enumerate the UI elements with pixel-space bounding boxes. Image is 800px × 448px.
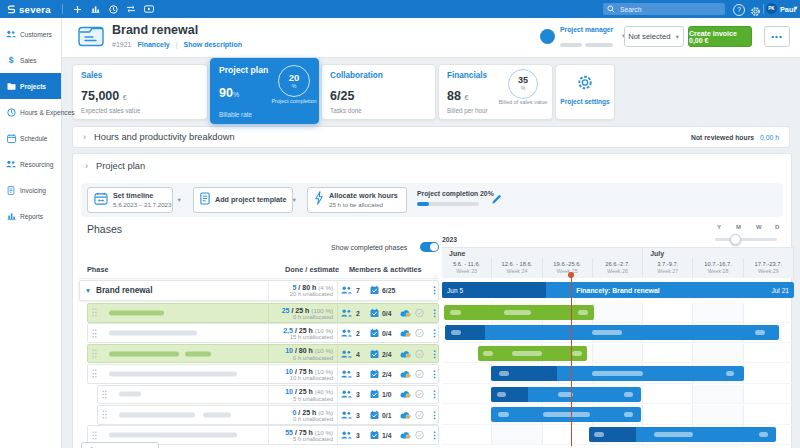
tab-project-plan[interactable]: Project plan 90% Billable rate 20% Proje… bbox=[210, 58, 319, 124]
edit-pencil-icon[interactable] bbox=[491, 191, 502, 209]
phase-row[interactable]: 10 / 75 h (10 %) 10 h unallocated 3 2/4 … bbox=[87, 364, 439, 384]
sidebar-item-resourcing[interactable]: Resourcing bbox=[0, 151, 61, 177]
allocation-lock-icon[interactable] bbox=[400, 350, 411, 358]
phase-row-root[interactable]: ▼ Brand renewal 5 / 80 h (4 %) 20 h unal… bbox=[79, 280, 439, 301]
gantt-bar[interactable] bbox=[589, 427, 776, 442]
row-menu-icon[interactable]: ⋮ bbox=[430, 308, 439, 318]
transfer-icon[interactable] bbox=[122, 0, 140, 18]
zoom-week[interactable]: W bbox=[756, 224, 762, 230]
row-menu-icon[interactable]: ⋮ bbox=[430, 369, 439, 379]
activities-icon bbox=[370, 308, 379, 317]
gear-icon bbox=[577, 74, 594, 95]
allocation-lock-icon[interactable] bbox=[400, 431, 411, 439]
not-reviewed-value[interactable]: 0,00 h bbox=[760, 134, 779, 141]
chevron-down-icon[interactable]: ▼ bbox=[793, 5, 798, 11]
row-menu-icon[interactable]: ⋮ bbox=[430, 410, 439, 420]
chart-icon[interactable] bbox=[86, 0, 104, 18]
gantt-area: Jun 5 Financely: Brand renewal Jul 21 bbox=[442, 280, 794, 446]
set-timeline-button[interactable]: Set timeline5.6.2023 – 21.7.2023 ▼ bbox=[87, 187, 173, 213]
allocation-lock-icon[interactable] bbox=[400, 370, 411, 378]
allocation-lock-icon[interactable] bbox=[400, 390, 411, 398]
more-actions-button[interactable]: ••• bbox=[764, 26, 790, 47]
severa-logo[interactable]: severa bbox=[7, 0, 51, 18]
allocation-lock-icon[interactable] bbox=[400, 411, 411, 419]
settings-gear-icon[interactable] bbox=[750, 3, 761, 21]
gantt-bar[interactable] bbox=[491, 407, 641, 422]
tab-collaboration[interactable]: Collaboration 6/25 Tasks done bbox=[321, 64, 436, 120]
add-project-template-button[interactable]: Add project template ▼ bbox=[193, 187, 293, 213]
phase-name-redacted bbox=[101, 324, 268, 342]
add-phase-button[interactable]: +Add phase bbox=[81, 442, 159, 448]
zoom-month[interactable]: M bbox=[736, 224, 741, 230]
status-dropdown[interactable]: Not selected▼ bbox=[624, 26, 684, 47]
divider bbox=[763, 4, 764, 14]
activities-icon bbox=[370, 349, 379, 358]
create-invoice-button[interactable]: Create invoice 0,00 € bbox=[688, 26, 752, 47]
drag-handle-icon[interactable] bbox=[88, 324, 101, 342]
phase-row[interactable]: 10 / 25 h (40 %) 5 h unallocated 3 1/0 ⋮ bbox=[97, 385, 439, 405]
phase-row[interactable]: 25 / 25 h (100 %) 0 h unallocated 2 0/4 … bbox=[87, 303, 439, 323]
avatar bbox=[540, 29, 555, 44]
phase-row[interactable]: 10 / 80 h (10 %) 0 h unallocated 4 2/4 ⋮ bbox=[87, 344, 439, 364]
help-icon[interactable]: ? bbox=[733, 4, 745, 16]
allocate-work-hours-button[interactable]: Allocate work hours25 h to be allocated bbox=[307, 187, 407, 213]
hours-breakdown-section[interactable]: › Hours and productivity breakdown Not r… bbox=[72, 126, 790, 148]
search-input[interactable] bbox=[618, 5, 721, 14]
tab-project-settings[interactable]: Project settings bbox=[555, 64, 615, 120]
drag-handle-icon[interactable] bbox=[98, 406, 111, 424]
zoom-year[interactable]: Y bbox=[717, 224, 721, 230]
complete-check-icon[interactable] bbox=[415, 410, 424, 419]
sidebar-item-schedule[interactable]: Schedule bbox=[0, 125, 61, 151]
sidebar-item-invoicing[interactable]: Invoicing bbox=[0, 177, 61, 203]
row-menu-icon[interactable]: ⋮ bbox=[430, 328, 439, 338]
video-icon[interactable] bbox=[140, 0, 158, 18]
allocation-lock-icon[interactable] bbox=[400, 329, 411, 337]
project-id: #1921 bbox=[112, 41, 131, 48]
row-menu-icon[interactable]: ⋮ bbox=[430, 430, 439, 440]
gantt-bar[interactable] bbox=[445, 325, 779, 340]
phase-row[interactable]: 2,5 / 25 h (10 %) 15 h unallocated 2 0/4… bbox=[87, 323, 439, 343]
show-completed-toggle[interactable] bbox=[420, 242, 439, 252]
collapse-caret-icon[interactable]: ▼ bbox=[80, 281, 96, 300]
zoom-slider-track[interactable] bbox=[715, 238, 777, 241]
tab-sales[interactable]: Sales 75,000 € Expected sales value bbox=[72, 64, 208, 120]
root-phase-name: Brand renewal bbox=[96, 286, 152, 295]
customer-link[interactable]: Financely bbox=[137, 41, 169, 48]
sidebar-item-sales[interactable]: $ Sales bbox=[0, 47, 61, 73]
show-description-link[interactable]: Show description bbox=[184, 41, 242, 48]
document-icon bbox=[200, 191, 210, 209]
tab-financials[interactable]: Financials 88 € Billed per hour 35% Bill… bbox=[438, 64, 553, 120]
search-box[interactable] bbox=[603, 3, 725, 15]
complete-check-icon[interactable] bbox=[415, 369, 424, 378]
row-menu-icon[interactable]: ⋮ bbox=[430, 349, 439, 359]
members-activities-cell: 2 0/4 ⋮ bbox=[338, 304, 438, 322]
complete-check-icon[interactable] bbox=[415, 431, 424, 440]
sidebar-item-customers[interactable]: Customers bbox=[0, 21, 61, 47]
sidebar-item-projects[interactable]: Projects bbox=[0, 73, 61, 99]
sidebar-item-reports[interactable]: Reports bbox=[0, 203, 61, 229]
complete-check-icon[interactable] bbox=[415, 329, 424, 338]
zoom-slider-knob[interactable] bbox=[730, 234, 741, 245]
project-plan-section[interactable]: › Project plan bbox=[85, 161, 145, 171]
add-icon[interactable] bbox=[68, 0, 86, 18]
project-manager-selector[interactable]: Project manager ▼ bbox=[540, 26, 626, 51]
phase-row[interactable]: 0 / 25 h (0 %) 0 h unallocated 3 0/1 ⋮ bbox=[97, 405, 439, 425]
row-menu-icon[interactable]: ⋮ bbox=[430, 285, 439, 295]
zoom-day[interactable]: D bbox=[775, 224, 779, 230]
members-icon bbox=[341, 309, 352, 317]
gantt-bar[interactable] bbox=[491, 387, 641, 402]
drag-handle-icon[interactable] bbox=[98, 386, 111, 404]
drag-handle-icon[interactable] bbox=[88, 345, 101, 363]
row-menu-icon[interactable]: ⋮ bbox=[430, 389, 439, 399]
complete-check-icon[interactable] bbox=[415, 308, 424, 317]
complete-check-icon[interactable] bbox=[415, 349, 424, 358]
history-icon[interactable] bbox=[104, 0, 122, 18]
complete-check-icon[interactable] bbox=[415, 390, 424, 399]
allocation-lock-icon[interactable] bbox=[400, 309, 411, 317]
user-avatar[interactable]: PK bbox=[766, 3, 777, 14]
drag-handle-icon[interactable] bbox=[88, 304, 101, 322]
gantt-project-bar[interactable]: Jun 5 Financely: Brand renewal Jul 21 bbox=[442, 282, 794, 298]
gantt-bar[interactable] bbox=[491, 366, 744, 381]
sidebar-item-hours-expences[interactable]: Hours & Expences bbox=[0, 99, 61, 125]
drag-handle-icon[interactable] bbox=[88, 365, 101, 383]
